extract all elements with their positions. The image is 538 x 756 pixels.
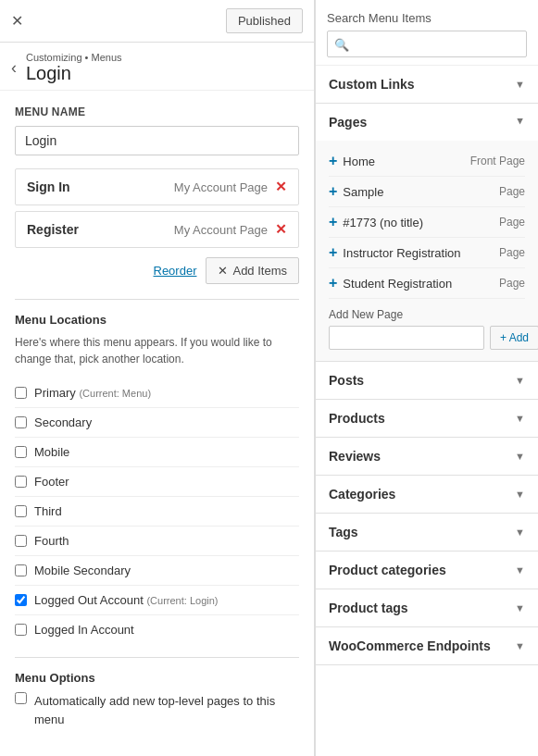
- location-checkbox[interactable]: [15, 594, 27, 606]
- accordion-tags: Tags ▼: [316, 514, 538, 552]
- accordion-header-tags[interactable]: Tags ▼: [316, 514, 538, 551]
- accordion-title: Custom Links: [329, 77, 415, 92]
- remove-item-button[interactable]: ✕: [275, 179, 287, 195]
- back-button[interactable]: ‹: [11, 58, 17, 78]
- page-row: + Home Front Page: [329, 146, 525, 177]
- accordion-header-product-categories[interactable]: Product categories ▼: [316, 552, 538, 589]
- menu-actions: Reorder ✕ Add Items: [15, 257, 299, 284]
- accordion-arrow-icon: ▲: [515, 117, 525, 128]
- location-row: Mobile Secondary: [15, 556, 299, 586]
- search-input[interactable]: [327, 31, 527, 57]
- new-page-input[interactable]: [329, 326, 484, 350]
- add-new-page-button[interactable]: + Add: [490, 326, 538, 350]
- accordion-arrow-icon: ▼: [515, 564, 525, 576]
- page-type: Page: [499, 185, 525, 198]
- add-page-button[interactable]: +: [329, 153, 337, 169]
- page-row-left: + #1773 (no title): [329, 214, 423, 230]
- location-checkbox[interactable]: [15, 416, 27, 428]
- location-checkbox[interactable]: [15, 476, 27, 488]
- accordion-posts: Posts ▼: [316, 362, 538, 400]
- location-checkbox[interactable]: [15, 564, 27, 576]
- accordion-body-pages: + Home Front Page + Sample Page + #1773 …: [316, 141, 538, 361]
- accordion-header-products[interactable]: Products ▼: [316, 400, 538, 437]
- accordion-header-custom-links[interactable]: Custom Links ▼: [316, 66, 538, 103]
- accordion-woocommerce-endpoints: WooCommerce Endpoints ▼: [316, 627, 538, 665]
- accordion-title: WooCommerce Endpoints: [329, 638, 491, 653]
- accordion-pages: Pages ▲ + Home Front Page + Sample Page: [316, 104, 538, 362]
- accordion-header-categories[interactable]: Categories ▼: [316, 476, 538, 513]
- page-name: Home: [343, 155, 375, 168]
- page-row: + Instructor Registration Page: [329, 238, 525, 268]
- search-input-wrap: 🔍: [327, 31, 527, 57]
- accordion-header-woocommerce-endpoints[interactable]: WooCommerce Endpoints ▼: [316, 627, 538, 664]
- menu-item[interactable]: Sign In My Account Page ✕: [15, 168, 299, 205]
- page-type: Page: [499, 246, 525, 259]
- divider-2: [15, 657, 299, 658]
- accordion-header-product-tags[interactable]: Product tags ▼: [316, 589, 538, 626]
- location-checkbox[interactable]: [15, 535, 27, 547]
- accordion-products: Products ▼: [316, 400, 538, 438]
- location-label: Fourth: [34, 534, 69, 548]
- location-row: Logged In Account: [15, 615, 299, 644]
- accordion-header-reviews[interactable]: Reviews ▼: [316, 438, 538, 475]
- remove-item-button[interactable]: ✕: [275, 221, 287, 238]
- location-label: Mobile Secondary: [34, 564, 131, 577]
- close-button[interactable]: ✕: [11, 12, 23, 30]
- menu-name-input[interactable]: [15, 126, 299, 155]
- location-row: Fourth: [15, 527, 299, 556]
- menu-options-section: Menu Options Automatically add new top-l…: [15, 671, 299, 728]
- menu-items-list: Sign In My Account Page ✕ Register My Ac…: [15, 168, 299, 248]
- menu-item-right: My Account Page ✕: [174, 221, 287, 238]
- location-row: Footer: [15, 467, 299, 497]
- page-type: Page: [499, 277, 525, 290]
- panel-body: Menu Name Sign In My Account Page ✕ Regi…: [0, 91, 314, 756]
- left-panel: ✕ Published ‹ Customizing • Menus Login …: [0, 0, 315, 756]
- top-bar: ✕ Published: [0, 0, 314, 43]
- accordion-custom-links: Custom Links ▼: [316, 66, 538, 104]
- accordion-arrow-icon: ▼: [515, 79, 525, 90]
- page-row-left: + Instructor Registration: [329, 244, 461, 261]
- location-label: Logged In Account: [34, 623, 134, 637]
- location-label: Mobile: [34, 445, 69, 459]
- add-page-button[interactable]: +: [329, 214, 337, 230]
- published-button[interactable]: Published: [226, 8, 303, 33]
- location-checkbox[interactable]: [15, 446, 27, 458]
- auto-add-row: Automatically add new top-level pages to…: [15, 692, 299, 728]
- accordion-title: Product tags: [329, 601, 408, 615]
- location-checkbox[interactable]: [15, 624, 27, 636]
- add-page-button[interactable]: +: [329, 183, 337, 200]
- page-name: #1773 (no title): [343, 216, 423, 229]
- auto-add-checkbox[interactable]: [15, 692, 27, 704]
- location-label: Third: [34, 504, 62, 518]
- accordion-product-categories: Product categories ▼: [316, 552, 538, 589]
- add-items-button[interactable]: ✕ Add Items: [206, 257, 299, 284]
- add-new-page: Add New Page + Add: [329, 308, 525, 350]
- menu-item-sublabel: My Account Page: [174, 223, 268, 237]
- location-checkbox[interactable]: [15, 505, 27, 517]
- location-row: Secondary: [15, 408, 299, 438]
- accordion-arrow-icon: ▼: [515, 489, 525, 500]
- accordion-arrow-icon: ▼: [515, 451, 525, 462]
- page-row-left: + Home: [329, 153, 375, 169]
- add-page-button[interactable]: +: [329, 275, 337, 291]
- breadcrumb: Customizing • Menus: [26, 52, 122, 63]
- accordion-arrow-icon: ▼: [515, 640, 525, 651]
- menu-name-label: Menu Name: [15, 105, 299, 118]
- add-new-row: + Add: [329, 326, 525, 350]
- right-panel: Search Menu Items 🔍 Custom Links ▼ Pages…: [315, 0, 538, 756]
- page-row-left: + Sample: [329, 183, 383, 200]
- add-page-button[interactable]: +: [329, 244, 337, 261]
- menu-item[interactable]: Register My Account Page ✕: [15, 211, 299, 248]
- accordion-header-posts[interactable]: Posts ▼: [316, 362, 538, 399]
- location-checkbox[interactable]: [15, 387, 27, 399]
- location-label: Secondary: [34, 415, 92, 429]
- location-label: Primary (Current: Menu): [34, 386, 151, 400]
- page-type: Page: [499, 216, 525, 229]
- accordion-title: Tags: [329, 525, 358, 539]
- page-row: + Student Registration Page: [329, 268, 525, 299]
- accordion-container: Custom Links ▼ Pages ▲ + Home Front Page…: [316, 66, 538, 665]
- accordion-header-pages[interactable]: Pages ▲: [316, 104, 538, 141]
- menu-item-right: My Account Page ✕: [174, 179, 287, 195]
- accordion-categories: Categories ▼: [316, 476, 538, 514]
- reorder-button[interactable]: Reorder: [154, 264, 197, 278]
